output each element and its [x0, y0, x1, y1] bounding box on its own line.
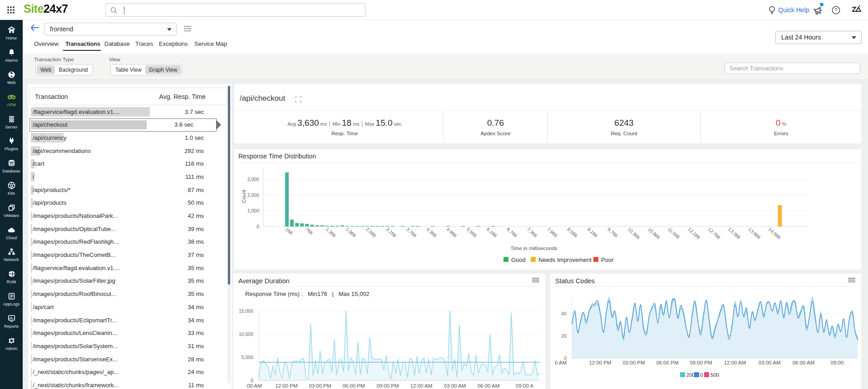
svg-text:?: ? — [834, 7, 837, 13]
